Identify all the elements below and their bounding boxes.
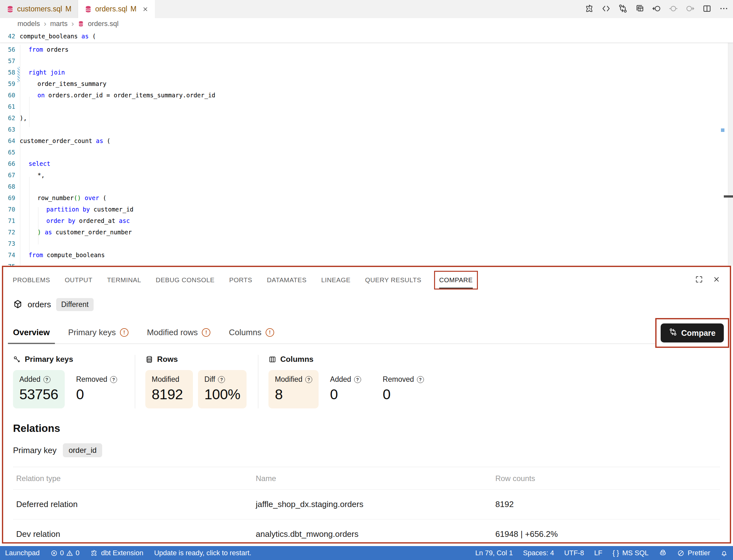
stat-label-text: Added [330, 375, 351, 384]
back-circle-icon [652, 4, 661, 13]
view-tab-modified-rows[interactable]: Modified rows! [147, 328, 210, 343]
tab-filename: customers.sql [17, 5, 62, 13]
panel-tab-ports[interactable]: PORTS [229, 276, 252, 284]
code-editor[interactable]: 42compute_booleans as (56from orders5758… [0, 29, 733, 266]
code-text: compute_booleans as ( [20, 33, 96, 40]
dbt-icon [585, 4, 594, 13]
error-count: 0 [60, 549, 64, 557]
eol-setting[interactable]: LF [594, 549, 602, 557]
bell-icon [720, 549, 728, 557]
close-panel-button[interactable] [713, 276, 720, 285]
cube-icon [13, 299, 23, 309]
table-copy-action[interactable] [635, 4, 645, 15]
cursor-position[interactable]: Ln 79, Col 1 [475, 549, 513, 557]
launchpad-item[interactable]: Launchpad [5, 549, 40, 557]
close-tab-button[interactable] [142, 6, 148, 12]
compare-button[interactable]: Compare [661, 323, 724, 342]
breadcrumb-item[interactable]: models [17, 20, 40, 28]
stat-value: 0 [330, 386, 365, 403]
code-action[interactable] [601, 4, 611, 15]
table-cell: jaffle_shop_dx.staging.orders [252, 490, 492, 519]
view-tab-columns[interactable]: Columns! [229, 328, 274, 343]
stat-card-added: Added?53756 [13, 370, 65, 408]
panel-tab-debug-console[interactable]: DEBUG CONSOLE [156, 276, 214, 284]
panel-tab-query-results[interactable]: QUERY RESULTS [365, 276, 422, 284]
code-text: customer_order_count as ( [20, 137, 110, 144]
code-token: ( [99, 194, 107, 201]
code-text: ), [20, 114, 27, 121]
line-number: 66 [0, 160, 15, 167]
line-number: 42 [0, 33, 15, 40]
git-compare-action[interactable] [618, 4, 628, 15]
code-text: row_number() over ( [20, 194, 106, 201]
view-tab-overview[interactable]: Overview [13, 328, 50, 343]
stat-card-added: Added?0 [324, 370, 371, 408]
forward-circle-action[interactable] [685, 4, 695, 15]
code-line-63: 63 [0, 124, 733, 135]
code-token: compute_booleans [43, 251, 105, 258]
language-mode[interactable]: { }MS SQL [612, 549, 649, 557]
stat-card-label: Added? [330, 375, 365, 384]
line-number: 63 [0, 126, 15, 133]
code-token: customer_order_number [52, 229, 132, 236]
split-editor-icon [702, 4, 712, 13]
view-tab-primary-keys[interactable]: Primary keys! [68, 328, 128, 343]
help-icon[interactable]: ? [354, 376, 361, 383]
panel-tab-terminal[interactable]: TERMINAL [107, 276, 141, 284]
stat-label-text: Modified [275, 375, 302, 384]
breadcrumb[interactable]: models›marts›orders.sql [0, 18, 733, 29]
dbt-action[interactable] [585, 4, 594, 15]
breadcrumb-item[interactable]: marts [50, 20, 68, 28]
stats-row: Primary keysAdded?53756Removed?0RowsModi… [13, 355, 720, 408]
problems-summary[interactable]: 00 [50, 549, 80, 557]
primary-key-label: Primary key [13, 446, 56, 455]
table-cell: 8192 [492, 490, 720, 519]
panel-window-icons [695, 275, 720, 285]
editor-tab-orders.sql[interactable]: orders.sqlM [78, 0, 155, 18]
help-icon[interactable]: ? [110, 376, 117, 383]
help-icon[interactable]: ? [305, 376, 312, 383]
stat-cards: Modified8192Diff?100% [145, 370, 246, 408]
view-tab-label: Modified rows [147, 328, 198, 337]
code-text: on orders.order_id = order_items_summary… [20, 92, 215, 99]
panel-tab-datamates[interactable]: DATAMATES [267, 276, 306, 284]
line-number: 70 [0, 206, 15, 213]
notifications-bell[interactable] [720, 549, 728, 557]
editor-tab-bar: customers.sqlMorders.sqlM [0, 0, 733, 18]
maximize-panel-button[interactable] [695, 275, 703, 285]
ellipsis-icon [719, 4, 729, 13]
line-number: 65 [0, 149, 15, 156]
breadcrumb-item[interactable]: orders.sql [88, 20, 119, 28]
stat-group-title: Rows [157, 355, 178, 364]
panel-tab-problems[interactable]: PROBLEMS [13, 276, 50, 284]
table-row: Deferred relationjaffle_shop_dx.staging.… [13, 489, 720, 519]
line-number: 68 [0, 183, 15, 190]
copilot-item[interactable] [659, 549, 667, 557]
code-token: order by [46, 217, 75, 224]
help-icon[interactable]: ? [43, 376, 50, 383]
code-token [81, 194, 84, 201]
ellipsis-action[interactable] [719, 4, 729, 15]
panel-tab-lineage[interactable]: LINEAGE [321, 276, 350, 284]
prettier-item[interactable]: Prettier [677, 549, 710, 557]
indentation-setting[interactable]: Spaces: 4 [523, 549, 554, 557]
panel-tab-output[interactable]: OUTPUT [65, 276, 92, 284]
help-icon[interactable]: ? [218, 376, 225, 383]
stat-card-modified: Modified8192 [145, 370, 193, 408]
back-circle-action[interactable] [652, 4, 661, 15]
editor-tab-customers.sql[interactable]: customers.sqlM [0, 0, 78, 18]
stat-group-title: Columns [280, 355, 313, 364]
encoding-setting[interactable]: UTF-8 [564, 549, 584, 557]
circle-action[interactable] [669, 4, 678, 15]
view-tab-label: Columns [229, 328, 261, 337]
prettier-label: Prettier [688, 549, 710, 557]
stat-card-removed: Removed?0 [376, 370, 430, 408]
code-line-71: 71order by ordered_at asc [0, 215, 733, 226]
dbt-extension-item[interactable]: dbt Extension [90, 549, 143, 557]
panel-tab-compare[interactable]: COMPARE [439, 276, 473, 289]
help-icon[interactable]: ? [417, 376, 424, 383]
update-message[interactable]: Update is ready, click to restart. [154, 549, 252, 557]
code-token: ( [103, 137, 110, 144]
editor-scrollbar[interactable] [728, 29, 733, 266]
split-editor-action[interactable] [702, 4, 712, 15]
